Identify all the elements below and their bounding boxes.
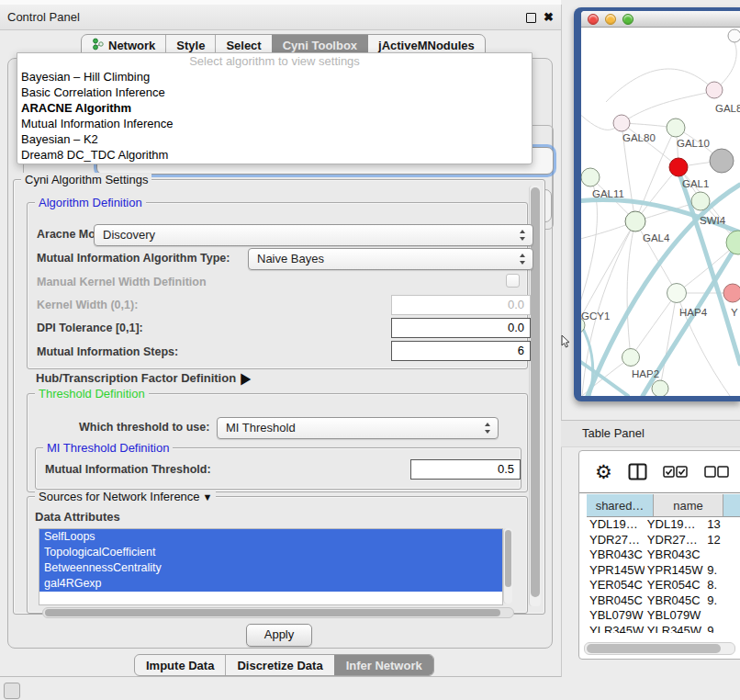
table-row[interactable]: YBL079WYBL079W: [587, 608, 740, 624]
algorithm-dropdown-popup: Select algorithm to view settingsBayesia…: [17, 52, 533, 164]
algorithm-option-mutual-information-inference[interactable]: Mutual Information Inference: [17, 116, 532, 131]
aracne-mode-combo[interactable]: Discovery: [94, 224, 533, 246]
algorithm-option-bayesian-k2[interactable]: Bayesian – K2: [17, 131, 532, 147]
close-traffic-light-icon[interactable]: [588, 14, 599, 25]
table-cell: YBR043C: [645, 548, 704, 563]
table-cell: YDR27…: [587, 533, 645, 548]
mi-threshold-field[interactable]: 0.5: [410, 459, 521, 480]
zoom-traffic-light-icon[interactable]: [622, 14, 633, 25]
network-node-gal4[interactable]: [625, 211, 645, 231]
network-node[interactable]: [652, 380, 668, 396]
manual-kernel-label: Manual Kernel Width Definition: [37, 276, 207, 288]
attributes-hscrollbar[interactable]: [42, 607, 514, 618]
manual-kernel-checkbox[interactable]: [506, 274, 520, 288]
aracne-mode-value: Discovery: [103, 228, 155, 242]
algorithm-definition-group: Algorithm Definition Aracne Mode: Discov…: [27, 202, 528, 369]
network-edge[interactable]: [631, 293, 677, 357]
network-edge[interactable]: [606, 69, 714, 102]
table-cell: YER054C: [587, 578, 645, 593]
data-attributes-list[interactable]: SelfLoopsTopologicalCoefficientBetweenne…: [39, 528, 503, 605]
tab-infer-network[interactable]: Infer Network: [334, 655, 433, 675]
corner-chip-icon[interactable]: [4, 683, 20, 699]
which-threshold-combo[interactable]: MI Threshold: [217, 417, 499, 439]
attributes-vscrollbar[interactable]: [503, 528, 512, 604]
network-node-gal10[interactable]: [667, 119, 685, 137]
tab-impute-data[interactable]: Impute Data: [135, 655, 225, 675]
table-cell: YDR27…: [645, 533, 704, 548]
kernel-width-label: Kernel Width (0,1):: [37, 299, 138, 311]
minimize-traffic-light-icon[interactable]: [605, 14, 616, 25]
combo-spinner-icon: [485, 422, 491, 435]
hub-definition-toggle[interactable]: Hub/Transcription Factor Definition▶: [36, 371, 250, 385]
split-columns-icon[interactable]: [628, 463, 647, 480]
mi-steps-field[interactable]: 6: [391, 341, 531, 361]
collapse-arrow-icon: ▼: [203, 491, 213, 502]
gear-icon[interactable]: ⚙: [595, 463, 612, 481]
hub-definition-label: Hub/Transcription Factor Definition: [36, 371, 236, 385]
network-node-gal80[interactable]: [613, 115, 630, 131]
table-row[interactable]: YDL19…YDL19…13: [587, 517, 740, 533]
network-node-gal11[interactable]: [581, 168, 600, 186]
float-window-icon[interactable]: [526, 13, 536, 23]
column-header-a[interactable]: A: [723, 494, 740, 517]
node-label: HAP2: [632, 368, 659, 379]
table-row[interactable]: YDR27…YDR27…12: [587, 533, 740, 548]
unchecked-pair-icon[interactable]: [704, 465, 730, 479]
sources-group-title[interactable]: Sources for Network Inference▼: [35, 490, 216, 503]
table-row[interactable]: YLR345WYLR345W9.: [587, 624, 740, 634]
algorithm-option-basic-correlation-inference[interactable]: Basic Correlation Inference: [17, 85, 532, 100]
network-node-swi4[interactable]: [691, 192, 710, 210]
mouse-cursor: [561, 335, 572, 348]
network-node[interactable]: [728, 29, 740, 42]
attribute-item-gal4rgexp[interactable]: gal4RGexp: [39, 576, 502, 592]
tab-label: Style: [176, 39, 205, 52]
attribute-item-topologicalcoefficient[interactable]: TopologicalCoefficient: [39, 545, 502, 560]
network-edge[interactable]: [622, 91, 714, 123]
mi-threshold-definition-group: MI Threshold Definition Mutual Informati…: [35, 447, 521, 490]
table-cell: 9.: [704, 593, 740, 609]
algorithm-option-dream8-dc-tdc-algorithm[interactable]: Dream8 DC_TDC Algorithm: [17, 147, 532, 163]
which-threshold-value: MI Threshold: [226, 421, 296, 435]
table-row[interactable]: YPR145WYPR145W9.: [587, 563, 740, 579]
network-node-y[interactable]: [723, 284, 740, 302]
dpi-tolerance-label: DPI Tolerance [0,1]:: [37, 322, 143, 334]
table-cell: YBR045C: [587, 593, 645, 609]
table-row[interactable]: YER054CYER054C8.: [587, 578, 740, 593]
column-header-shared[interactable]: shared…: [587, 494, 654, 517]
apply-button[interactable]: Apply: [246, 624, 312, 647]
table-cell: 13: [704, 517, 740, 533]
dpi-tolerance-field[interactable]: 0.0: [391, 318, 531, 338]
algorithm-option-aracne-algorithm[interactable]: ARACNE Algorithm: [17, 100, 532, 116]
table-row[interactable]: YBR043CYBR043C: [587, 548, 740, 563]
network-node-hap2[interactable]: [622, 349, 640, 367]
table-row[interactable]: YBR045CYBR045C9.: [587, 593, 740, 609]
checked-pair-icon[interactable]: [663, 465, 689, 479]
node-label: GAL11: [592, 188, 624, 199]
tab-discretize-data[interactable]: Discretize Data: [225, 655, 333, 675]
attribute-item-selfloops[interactable]: SelfLoops: [39, 529, 502, 545]
table-hscrollbar[interactable]: [584, 642, 735, 655]
algorithm-definition-title: Algorithm Definition: [35, 196, 146, 209]
network-node-gal1[interactable]: [669, 158, 688, 176]
network-edge[interactable]: [627, 221, 635, 357]
table-cell: [704, 608, 740, 624]
sources-title-text: Sources for Network Inference: [39, 490, 200, 503]
window-bottom-border: [0, 676, 561, 677]
network-node-hap4[interactable]: [667, 284, 687, 303]
column-header-name[interactable]: name: [654, 494, 723, 517]
popup-prompt: Select algorithm to view settings: [17, 53, 532, 69]
attribute-item-betweennesscentrality[interactable]: BetweennessCentrality: [39, 560, 502, 576]
network-node-gal8[interactable]: [706, 82, 723, 98]
table-cell: YDL19…: [645, 517, 704, 533]
close-icon[interactable]: ✖: [544, 9, 554, 25]
cyni-algorithm-settings-group: Cyni Algorithm Settings Algorithm Defini…: [13, 179, 545, 615]
kernel-width-field[interactable]: 0.0: [391, 295, 531, 315]
table-cell: [704, 548, 740, 563]
network-edge[interactable]: [660, 293, 677, 388]
network-node[interactable]: [710, 149, 734, 173]
network-window-titlebar[interactable]: [581, 11, 740, 28]
mi-threshold-label: Mutual Information Threshold:: [45, 463, 211, 476]
algorithm-option-bayesian-hill-climbing[interactable]: Bayesian – Hill Climbing: [17, 69, 532, 85]
network-canvas[interactable]: GAL8GAL80GAL10GAL1GAL11SWI4GAL4GCY1HAP4Y…: [581, 28, 740, 396]
mi-algorithm-type-combo[interactable]: Naive Bayes: [248, 248, 533, 270]
